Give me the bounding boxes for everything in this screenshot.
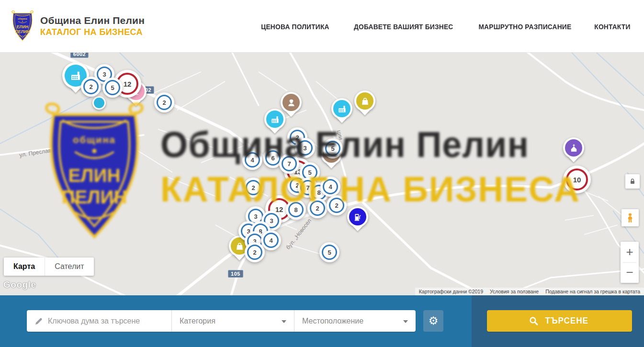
search-bar: Категория Местоположение ⚙ ТЪРСЕНЕ (0, 295, 644, 347)
pegman-control[interactable] (621, 209, 639, 226)
chevron-down-icon (403, 320, 408, 323)
search-button[interactable]: ТЪРСЕНЕ (487, 310, 632, 332)
brand-title: Община Елин Пелин (40, 15, 145, 26)
cluster-marker[interactable]: 4 (242, 150, 262, 170)
map-type-satellite-button[interactable]: Сателит (45, 257, 93, 276)
pin-marker-factory[interactable] (331, 98, 352, 119)
advanced-settings-button[interactable]: ⚙ (423, 310, 443, 332)
attribution-copyright: Картографски данни ©2019 (419, 289, 483, 294)
gear-icon: ⚙ (429, 315, 439, 326)
cluster-marker[interactable]: 2 (307, 198, 328, 218)
cluster-marker[interactable]: 2 (81, 77, 101, 97)
nav-item-add-business[interactable]: ДОБАВЕТЕ ВАШИЯТ БИЗНЕС (354, 22, 453, 31)
pencil-icon (34, 317, 43, 325)
category-select[interactable]: Категория (172, 310, 294, 332)
attribution-report-link[interactable]: Подаване на сигнал за грешка в картата (545, 289, 640, 294)
category-section: Категория (171, 310, 294, 332)
map-type-control: Карта Сателит (4, 257, 94, 276)
cluster-marker[interactable]: 7 (279, 154, 299, 174)
attribution-terms-link[interactable]: Условия за ползване (490, 289, 539, 294)
lock-icon (629, 178, 636, 185)
zoom-control: + − (621, 242, 639, 283)
cluster-marker[interactable]: 5 (102, 78, 123, 98)
cluster-marker[interactable]: 2 (245, 242, 265, 262)
pin-marker-bag[interactable] (354, 90, 375, 112)
lock-control[interactable] (625, 174, 640, 189)
zoom-out-button[interactable]: − (621, 263, 639, 283)
pin-marker-worker[interactable] (281, 92, 302, 113)
keyword-search-input[interactable] (48, 312, 168, 331)
page: Община Елин Пелин КАТАЛОГ НА БИЗНЕСА ЦЕН… (0, 0, 644, 347)
cluster-marker[interactable]: 4 (261, 230, 281, 250)
search-button-label: ТЪРСЕНЕ (545, 316, 588, 326)
cluster-marker[interactable]: 10 (563, 166, 591, 193)
location-select[interactable]: Местоположение (294, 310, 416, 332)
google-logo[interactable]: Google (3, 280, 36, 290)
cluster-marker[interactable]: 2 (154, 92, 174, 112)
header: Община Елин Пелин КАТАЛОГ НА БИЗНЕСА ЦЕН… (0, 0, 644, 53)
municipality-crest-icon (11, 10, 34, 42)
brand[interactable]: Община Елин Пелин КАТАЛОГ НА БИЗНЕСА (11, 10, 145, 42)
location-section: Местоположение (294, 310, 416, 332)
main-nav: ЦЕНОВА ПОЛИТИКА ДОБАВЕТЕ ВАШИЯТ БИЗНЕС М… (258, 0, 632, 53)
cluster-marker[interactable]: 4 (320, 177, 340, 197)
nav-item-pricing[interactable]: ЦЕНОВА ПОЛИТИКА (261, 22, 329, 31)
search-icon (529, 316, 538, 325)
map-type-map-button[interactable]: Карта (4, 257, 45, 276)
pin-marker-church[interactable] (563, 137, 584, 158)
watermark-crest (40, 101, 149, 242)
cluster-marker[interactable]: 8 (286, 200, 306, 220)
search-input-group: Категория Местоположение (27, 310, 416, 332)
zoom-in-button[interactable]: + (621, 242, 639, 262)
cluster-marker[interactable]: 2 (243, 178, 263, 198)
pin-marker-fuel[interactable] (347, 206, 368, 227)
cluster-marker[interactable]: 3 (295, 138, 315, 158)
chevron-down-icon (282, 320, 286, 323)
cluster-marker[interactable]: 2 (327, 195, 347, 215)
map-canvas[interactable]: 60026002105 ул. Преславбул. „Новоселции … (0, 53, 644, 295)
cluster-marker[interactable]: 5 (323, 138, 343, 158)
map-attribution: Картографски данни ©2019 Условия за полз… (415, 288, 644, 295)
pin-marker-factory[interactable] (264, 109, 285, 130)
nav-item-contacts[interactable]: КОНТАКТИ (594, 22, 630, 31)
keyword-section (27, 310, 171, 332)
nav-item-transport-schedule[interactable]: МАРШРУТНО РАЗПИСАНИЕ (479, 22, 572, 31)
pegman-icon (625, 213, 635, 223)
cluster-marker[interactable]: 5 (319, 242, 339, 262)
brand-subtitle: КАТАЛОГ НА БИЗНЕСА (40, 27, 145, 37)
